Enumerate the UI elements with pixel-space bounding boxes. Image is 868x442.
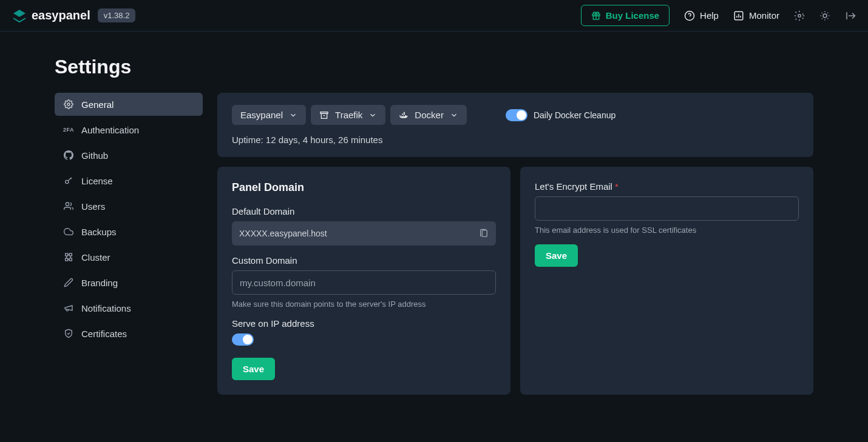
daily-cleanup-toggle[interactable] xyxy=(506,109,527,121)
sidebar-item-label: Github xyxy=(81,150,108,161)
sidebar-item-label: Notifications xyxy=(81,303,131,313)
sidebar-item-notifications[interactable]: Notifications xyxy=(55,296,203,320)
lets-encrypt-hint: This email address is used for SSL certi… xyxy=(535,226,799,235)
easypanel-dropdown[interactable]: Easypanel xyxy=(232,105,306,125)
gear-icon xyxy=(63,99,74,110)
sun-icon xyxy=(819,10,830,21)
top-panel: Easypanel Traefik Docker xyxy=(217,93,813,157)
theme-button[interactable] xyxy=(819,10,830,21)
custom-domain-hint: Make sure this domain points to the serv… xyxy=(232,300,496,309)
svg-rect-11 xyxy=(66,258,68,261)
sidebar-item-label: Branding xyxy=(81,278,118,288)
gear-icon xyxy=(794,10,805,21)
megaphone-icon xyxy=(63,303,74,313)
copy-button[interactable] xyxy=(479,229,489,238)
svg-rect-15 xyxy=(482,230,487,237)
pencil-icon xyxy=(63,277,74,288)
panel-domain-card: Panel Domain Default Domain XXXXX.easypa… xyxy=(217,167,510,395)
github-icon xyxy=(63,150,74,161)
default-domain-value: XXXXX.easypanel.host xyxy=(239,229,479,238)
sidebar-item-label: Backups xyxy=(81,227,117,237)
logo-icon xyxy=(12,8,27,23)
docker-dropdown[interactable]: Docker xyxy=(390,105,467,125)
svg-point-6 xyxy=(67,103,70,105)
chart-icon xyxy=(733,10,744,21)
sidebar-item-license[interactable]: License xyxy=(55,169,203,192)
sidebar-item-cluster[interactable]: Cluster xyxy=(55,246,203,269)
svg-rect-10 xyxy=(69,253,72,256)
users-icon xyxy=(63,201,74,212)
header-right: Buy License Help Monitor xyxy=(581,5,856,26)
traefik-dropdown[interactable]: Traefik xyxy=(311,105,385,125)
daily-cleanup-group: Daily Docker Cleanup xyxy=(506,109,615,121)
sidebar-item-github[interactable]: Github xyxy=(55,144,203,167)
uptime-text: Uptime: 12 days, 4 hours, 26 minutes xyxy=(232,135,799,145)
panel-domain-title: Panel Domain xyxy=(232,181,496,194)
settings-button[interactable] xyxy=(794,10,805,21)
help-icon xyxy=(684,10,695,21)
logo[interactable]: easypanel xyxy=(12,8,90,23)
panels-row: Panel Domain Default Domain XXXXX.easypa… xyxy=(217,167,813,395)
logout-button[interactable] xyxy=(845,10,856,21)
content-area: Easypanel Traefik Docker xyxy=(217,93,813,395)
logout-icon xyxy=(845,10,856,21)
gift-icon xyxy=(591,11,601,21)
page-title: Settings xyxy=(55,56,813,78)
default-domain-label: Default Domain xyxy=(232,206,496,216)
docker-icon xyxy=(399,110,409,120)
sidebar-item-label: Cluster xyxy=(81,252,110,263)
svg-point-8 xyxy=(66,203,69,206)
daily-cleanup-label: Daily Docker Cleanup xyxy=(534,110,615,120)
svg-point-4 xyxy=(798,14,801,17)
sidebar-item-label: License xyxy=(81,176,113,186)
panel-domain-save-button[interactable]: Save xyxy=(232,358,275,380)
serve-ip-toggle[interactable] xyxy=(232,333,254,346)
sidebar: General 2FA Authentication Github Licens… xyxy=(55,93,203,395)
svg-point-7 xyxy=(66,180,69,183)
cluster-icon xyxy=(63,252,74,263)
two-factor-icon: 2FA xyxy=(63,124,74,135)
sidebar-item-authentication[interactable]: 2FA Authentication xyxy=(55,118,203,141)
top-panel-row: Easypanel Traefik Docker xyxy=(232,105,799,125)
sidebar-item-general[interactable]: General xyxy=(55,93,203,116)
lets-encrypt-card: Let's Encrypt Email * This email address… xyxy=(520,167,813,395)
svg-rect-12 xyxy=(69,258,72,261)
required-indicator: * xyxy=(615,181,619,192)
custom-domain-label: Custom Domain xyxy=(232,255,496,266)
content-wrapper: General 2FA Authentication Github Licens… xyxy=(55,93,813,395)
chevron-down-icon xyxy=(368,111,377,119)
chevron-down-icon xyxy=(289,111,297,119)
sidebar-item-users[interactable]: Users xyxy=(55,195,203,218)
sidebar-item-label: Authentication xyxy=(81,125,139,135)
chevron-down-icon xyxy=(450,111,458,119)
lets-encrypt-save-button[interactable]: Save xyxy=(535,244,578,267)
clipboard-icon xyxy=(479,229,489,238)
archive-icon xyxy=(319,110,329,120)
buy-license-button[interactable]: Buy License xyxy=(581,5,670,26)
help-link[interactable]: Help xyxy=(684,10,719,21)
sidebar-item-certificates[interactable]: Certificates xyxy=(55,322,203,345)
sidebar-item-label: Users xyxy=(81,201,105,212)
custom-domain-input[interactable] xyxy=(232,270,496,295)
serve-ip-label: Serve on IP address xyxy=(232,318,496,329)
version-badge: v1.38.2 xyxy=(98,8,136,22)
shield-icon xyxy=(63,328,74,339)
default-domain-group: XXXXX.easypanel.host xyxy=(232,221,496,246)
monitor-link[interactable]: Monitor xyxy=(733,10,779,21)
sidebar-item-label: Certificates xyxy=(81,329,127,339)
main-content: Settings General 2FA Authentication Gith… xyxy=(0,32,868,407)
sidebar-item-label: General xyxy=(81,99,114,110)
sidebar-item-backups[interactable]: Backups xyxy=(55,220,203,243)
header: easypanel v1.38.2 Buy License Help Monit… xyxy=(0,0,868,32)
svg-point-5 xyxy=(823,14,827,18)
sidebar-item-branding[interactable]: Branding xyxy=(55,271,203,294)
header-left: easypanel v1.38.2 xyxy=(12,8,135,23)
lets-encrypt-label: Let's Encrypt Email * xyxy=(535,181,799,192)
key-icon xyxy=(63,175,74,186)
svg-rect-9 xyxy=(66,253,68,256)
cloud-icon xyxy=(63,226,74,237)
lets-encrypt-email-input[interactable] xyxy=(535,196,799,221)
brand-text: easypanel xyxy=(32,8,90,22)
